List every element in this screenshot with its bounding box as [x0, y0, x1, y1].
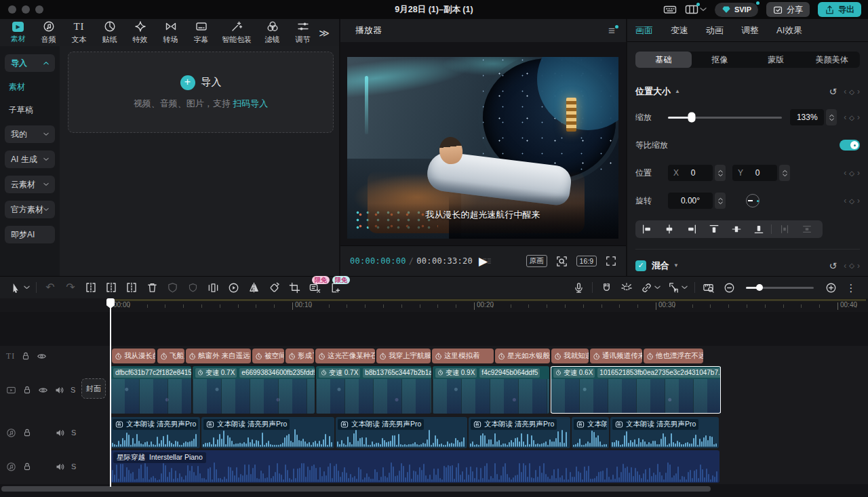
tts-audio-clip[interactable]: 文本朗 [572, 417, 609, 448]
horizontal-scrollbar[interactable] [1, 486, 711, 492]
focus-preview-icon[interactable] [556, 256, 568, 267]
delete-icon[interactable] [142, 279, 162, 296]
split-icon[interactable] [81, 279, 101, 296]
video-clip[interactable]: 变速 0.6X1016521853fb0ea2735e3c2d431047b7.… [551, 366, 721, 414]
video-clip[interactable]: dfbcf631b77c2f182e8415cd8 [111, 366, 191, 414]
sidebar-item-jimeng-ai[interactable]: 即梦AI [5, 226, 55, 243]
remove-text-icon[interactable]: 限免 [304, 279, 325, 296]
undo-icon[interactable]: ↶ [40, 279, 60, 296]
mirror-icon[interactable] [243, 279, 264, 296]
freeze-frame-icon[interactable] [203, 279, 223, 296]
more-options-icon[interactable]: ⋮ [841, 279, 861, 296]
timeline-zoom-slider[interactable] [746, 287, 814, 289]
tab-animation[interactable]: 动画 [706, 24, 724, 37]
play-button[interactable]: ▶ [479, 256, 488, 267]
position-y-field[interactable]: Y 0 [732, 165, 777, 181]
tab-adjustment[interactable]: 调整 [741, 24, 759, 37]
scale-stepper[interactable] [826, 109, 837, 125]
svip-button[interactable]: SVIP [715, 3, 758, 17]
share-button[interactable]: 分享 [766, 2, 810, 17]
keyframe-controls[interactable]: ‹◇› [844, 196, 860, 205]
tts-audio-clip[interactable]: 文本朗读 清亮男声Pro [111, 417, 200, 448]
tab-ai-effects[interactable]: AI效果 [776, 24, 802, 37]
distribute-horizontal-icon[interactable] [773, 220, 795, 238]
shield-check-icon[interactable] [162, 279, 182, 296]
maximize-window-icon[interactable] [35, 5, 43, 14]
subtab-basic[interactable]: 基础 [635, 52, 692, 68]
tts-audio-clip[interactable]: 文本朗读 清亮男声Pro [336, 417, 467, 448]
sidebar-group-official[interactable]: 官方素材 [5, 201, 55, 218]
position-y-stepper[interactable] [779, 165, 790, 181]
slider-handle[interactable] [688, 113, 696, 123]
crop-icon[interactable] [284, 279, 304, 296]
uniform-scale-toggle[interactable] [840, 140, 860, 151]
subtab-mask[interactable]: 蒙版 [748, 52, 804, 68]
export-button[interactable]: 导出 [818, 2, 861, 17]
subtab-cutout[interactable]: 抠像 [692, 52, 748, 68]
player-viewport[interactable]: 我从漫长的超光速航行中醒来 [340, 42, 626, 245]
tab-adjust[interactable]: 调节 [288, 20, 318, 45]
text-clip[interactable]: 星光如水银般倾 [495, 349, 550, 363]
tab-speed[interactable]: 变速 [671, 24, 688, 37]
auto-snap-icon[interactable] [616, 279, 637, 296]
sidebar-group-cloud[interactable]: 云素材 [5, 176, 55, 193]
text-clip[interactable]: 我从漫长的超 [112, 349, 155, 363]
shortcut-keyboard-icon[interactable] [663, 3, 677, 16]
tab-filters[interactable]: 滤镜 [257, 20, 288, 45]
reset-icon[interactable]: ↺ [829, 261, 837, 271]
position-x-field[interactable]: X 0 [668, 165, 713, 181]
tab-transitions[interactable]: 转场 [155, 20, 186, 45]
align-center-horizontal-icon[interactable] [658, 220, 680, 238]
clip-trim-handle-left[interactable] [551, 366, 551, 414]
scan-import-link[interactable]: 扫码导入 [233, 98, 268, 108]
sidebar-item-material[interactable]: 素材 [5, 81, 55, 93]
video-clip[interactable]: 变速 0.7Xb8b13765c3447b2b1a490 [316, 366, 431, 414]
preview-axis-icon[interactable] [698, 279, 719, 296]
align-left-icon[interactable] [635, 220, 658, 238]
zoom-in-icon[interactable] [821, 279, 841, 296]
shield-icon[interactable] [182, 279, 203, 296]
text-clip[interactable]: 他也漂浮在不远处 [644, 349, 703, 363]
tab-effects[interactable]: 特效 [125, 20, 155, 45]
tab-captions[interactable]: 字幕 [186, 20, 216, 45]
split-keep-right-icon[interactable] [121, 279, 142, 296]
keyframe-controls[interactable]: ‹◇› [844, 113, 860, 122]
align-center-vertical-icon[interactable] [725, 220, 747, 238]
align-top-icon[interactable] [703, 220, 725, 238]
select-tool-button[interactable] [7, 279, 33, 296]
text-clip[interactable]: 飞船正 [157, 349, 184, 363]
rotation-stepper[interactable] [715, 193, 726, 209]
tab-media[interactable]: ▶ 素材 [3, 22, 33, 44]
subtab-beauty[interactable]: 美颜美体 [804, 52, 860, 68]
video-clip[interactable]: 变速 0.7Xe66993834600fb235fdd9f22 [193, 366, 315, 414]
text-clip[interactable]: 这里模拟着 [432, 349, 494, 363]
align-bottom-icon[interactable] [747, 220, 770, 238]
sidebar-group-mine[interactable]: 我的 [5, 125, 55, 143]
tts-audio-clip[interactable]: 文本朗读 清亮男声Pro [201, 417, 334, 448]
split-keep-left-icon[interactable] [101, 279, 121, 296]
timeline-ruler[interactable]: 00:0000:1000:2000:3000:40 [0, 298, 868, 312]
keyframe-controls[interactable]: ‹◇› [844, 87, 860, 96]
link-tool-button[interactable] [637, 279, 664, 296]
zoom-out-icon[interactable] [719, 279, 739, 296]
keyframe-controls[interactable]: ‹◇› [844, 261, 860, 271]
tab-smart-pack[interactable]: 智能包装 [216, 20, 257, 45]
fullscreen-icon[interactable] [606, 256, 616, 266]
select-linked-button[interactable] [664, 279, 691, 296]
tts-audio-clip[interactable]: 文本朗读 清亮男声Pro [610, 417, 719, 448]
text-clip[interactable]: 通讯频道传来 [590, 349, 642, 363]
reverse-play-icon[interactable] [223, 279, 243, 296]
distribute-vertical-icon[interactable] [795, 220, 818, 238]
redo-icon[interactable]: ↷ [60, 279, 81, 296]
rotation-dial[interactable] [746, 194, 760, 207]
tab-text[interactable]: TI 文本 [64, 21, 94, 45]
layout-panels-icon[interactable] [685, 3, 707, 16]
blend-checkbox[interactable]: ✓ [635, 260, 646, 271]
tab-sticker[interactable]: 贴纸 [94, 20, 125, 45]
text-clip[interactable]: 我穿上宇航服 独 [376, 349, 431, 363]
sidebar-item-subdraft[interactable]: 子草稿 [5, 104, 55, 116]
window-controls[interactable] [8, 5, 43, 14]
align-right-icon[interactable] [680, 220, 703, 238]
rotate-icon[interactable] [264, 279, 284, 296]
tab-audio[interactable]: 音频 [33, 20, 64, 45]
